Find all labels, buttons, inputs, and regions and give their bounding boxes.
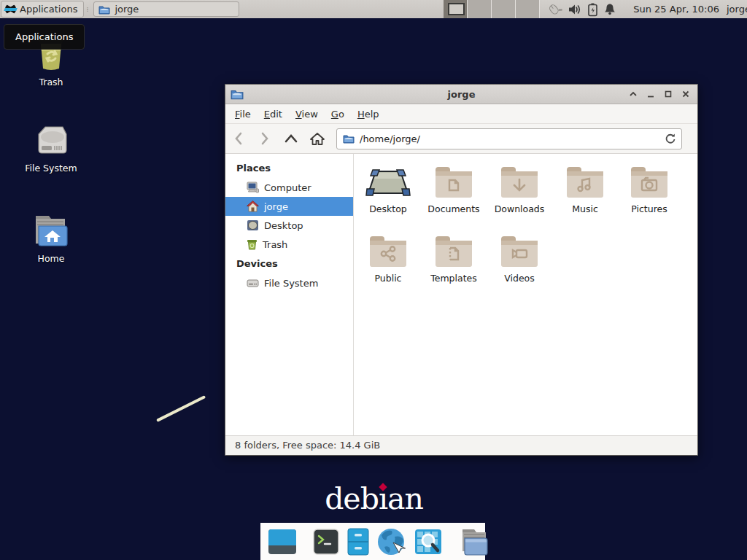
app-finder-launcher[interactable] [414,529,442,555]
panel-username[interactable]: jorge [727,0,747,18]
documents-folder-icon [421,161,487,199]
file-item-music[interactable]: Music [552,161,618,214]
panel-handle: ⁞ [86,7,90,12]
file-item-label: Desktop [355,203,421,214]
terminal-launcher[interactable] [313,529,339,555]
shade-button[interactable] [629,90,638,98]
file-item-label: Documents [421,203,487,214]
sidebar-item-label: File System [264,278,318,289]
desktop-icon-file-system[interactable]: File System [20,124,82,174]
templates-folder-icon [421,230,487,268]
sidebar-item-file-system[interactable]: File System [225,273,353,292]
file-item-pictures[interactable]: Pictures [616,161,682,214]
music-folder-icon [552,161,618,199]
sidebar-item-trash[interactable]: Trash [225,235,353,254]
desktop-paint-stroke [156,395,206,422]
workspace-window-thumb [448,3,465,15]
home-icon [247,201,259,212]
path-folder-icon [343,133,355,144]
mouse-tray-icon[interactable] [547,3,562,16]
places-header: Places [225,158,353,178]
desktop-place-icon [247,219,259,231]
up-button[interactable] [278,128,304,149]
applications-tooltip: Applications [4,24,85,50]
folder-icon [98,4,110,15]
maximize-button[interactable] [664,90,673,98]
downloads-folder-icon [487,161,552,199]
sidebar-item-jorge[interactable]: jorge [225,197,353,216]
file-item-label: Music [552,203,618,214]
minimize-button[interactable] [646,90,655,98]
file-item-videos[interactable]: Videos [487,230,552,284]
desktop-special-icon [355,161,421,199]
hard-drive-icon [20,124,82,159]
file-cabinet-launcher[interactable] [347,528,369,556]
sidebar: Places Computer jorge [225,154,354,435]
file-item-label: Videos [487,273,552,284]
desktop-icon-home[interactable]: Home [20,213,82,264]
dock [260,523,485,560]
window-title: jorge [225,89,697,100]
volume-icon[interactable] [568,4,581,15]
sidebar-item-label: Trash [263,239,287,250]
location-bar[interactable]: /home/jorge/ [336,128,682,149]
videos-folder-icon [487,230,552,268]
web-browser-launcher[interactable] [377,528,406,556]
sidebar-item-label: jorge [264,201,288,212]
panel-clock[interactable]: Sun 25 Apr, 10:06 [627,0,719,18]
home-button[interactable] [304,128,330,149]
file-item-label: Downloads [487,203,552,214]
menubar: File Edit View Go Help [225,104,697,124]
menu-file[interactable]: File [228,106,258,122]
sidebar-item-label: Desktop [264,220,303,231]
file-item-label: Pictures [616,203,682,214]
file-item-label: Public [355,273,421,284]
applications-menu-button[interactable]: Applications [1,1,84,18]
debian-logo: debıan [321,481,427,516]
desktop-icon-label: File System [20,163,82,174]
notifications-bell-icon[interactable] [604,3,616,15]
desktop-icon-label: Home [20,253,82,264]
close-button[interactable] [681,90,690,98]
file-item-downloads[interactable]: Downloads [487,161,552,214]
workspace-3[interactable] [492,0,516,18]
menu-help[interactable]: Help [351,106,386,122]
taskbar-window-label: jorge [115,4,139,15]
workspace-switcher[interactable] [444,0,540,18]
show-desktop-button[interactable] [268,529,297,555]
show-desktop-icon [268,529,297,555]
statusbar: 8 folders, Free space: 14.4 GiB [225,435,697,455]
pictures-folder-icon [616,161,682,199]
taskbar-window-button[interactable]: jorge [93,1,239,17]
sidebar-item-label: Computer [264,182,311,193]
file-list-pane[interactable]: Desktop Documents [354,154,697,435]
workspace-1[interactable] [444,0,468,18]
menu-edit[interactable]: Edit [258,106,289,122]
file-item-templates[interactable]: Templates [421,230,487,284]
window-titlebar[interactable]: jorge [225,85,697,104]
debian-logo-text: deb [325,481,379,516]
home-folder-icon [20,213,82,249]
back-button[interactable] [225,128,252,149]
sidebar-item-computer[interactable]: Computer [225,178,353,197]
menu-view[interactable]: View [289,106,325,122]
file-item-label: Templates [421,273,487,284]
workspace-2[interactable] [468,0,492,18]
trash-small-icon [247,238,258,250]
system-tray [547,0,616,18]
desktop-icon-label: Trash [20,77,82,88]
web-browser-globe-icon [377,528,406,556]
file-item-desktop[interactable]: Desktop [355,161,421,214]
xfce-menu-icon [4,4,17,15]
workspace-4[interactable] [516,0,540,18]
sidebar-item-desktop[interactable]: Desktop [225,216,353,235]
reload-icon[interactable] [665,133,676,144]
battery-charging-icon[interactable] [588,3,597,16]
file-manager-launcher[interactable] [458,528,490,556]
terminal-icon [313,529,339,555]
file-item-public[interactable]: Public [355,230,421,284]
forward-button[interactable] [252,128,278,149]
menu-go[interactable]: Go [325,106,351,122]
file-item-documents[interactable]: Documents [421,161,487,214]
path-input[interactable]: /home/jorge/ [360,133,659,144]
